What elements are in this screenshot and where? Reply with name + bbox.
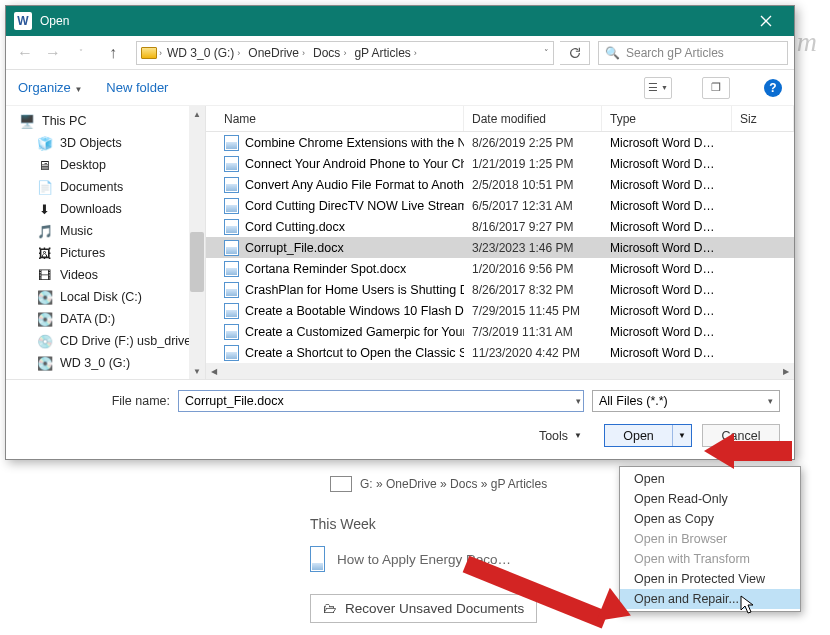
view-options-button[interactable]: ☰ ▼ [644, 77, 672, 99]
sidebar-item-label: Local Disk (C:) [60, 290, 142, 304]
sidebar-item[interactable]: 💽Local Disk (C:) [10, 286, 205, 308]
open-dropdown-arrow[interactable]: ▼ [673, 431, 691, 440]
tools-menu[interactable]: Tools ▼ [539, 429, 582, 443]
open-menu-item[interactable]: Open and Repair... [620, 589, 800, 609]
folder-tree: 🖥️This PC🧊3D Objects🖥Desktop📄Documents⬇D… [6, 106, 206, 379]
recover-unsaved-button[interactable]: 🗁 Recover Unsaved Documents [310, 594, 537, 623]
nav-up-button[interactable]: ↑ [100, 40, 126, 66]
open-menu-item[interactable]: Open Read-Only [620, 489, 800, 509]
file-date: 2/5/2018 10:51 PM [464, 178, 602, 192]
sidebar-item[interactable]: ⬇Downloads [10, 198, 205, 220]
backstage-path: G: » OneDrive » Docs » gP Articles [360, 477, 547, 491]
open-button-label[interactable]: Open [605, 425, 673, 446]
close-button[interactable] [746, 6, 786, 36]
organize-menu[interactable]: Organize ▼ [18, 80, 82, 95]
word-doc-icon [224, 156, 239, 172]
sidebar-item-label: CD Drive (F:) usb_drivers [60, 334, 202, 348]
sidebar-item[interactable]: 🖥Desktop [10, 154, 205, 176]
file-row[interactable]: Cord Cutting DirecTV NOW Live Streamin…6… [206, 195, 794, 216]
sidebar-item[interactable]: 📄Documents [10, 176, 205, 198]
sidebar-item[interactable]: 🖼Pictures [10, 242, 205, 264]
file-row[interactable]: Create a Bootable Windows 10 Flash Driv…… [206, 300, 794, 321]
new-folder-button[interactable]: New folder [106, 80, 168, 95]
word-doc-icon [224, 345, 239, 361]
file-row[interactable]: Convert Any Audio File Format to Anothe…… [206, 174, 794, 195]
file-name: Connect Your Android Phone to Your Chr… [245, 157, 464, 171]
sidebar-item[interactable]: 🎵Music [10, 220, 205, 242]
open-menu-item[interactable]: Open [620, 469, 800, 489]
preview-pane-button[interactable]: ❐ [702, 77, 730, 99]
file-date: 3/23/2023 1:46 PM [464, 241, 602, 255]
file-date: 8/26/2019 2:25 PM [464, 136, 602, 150]
file-row[interactable]: CrashPlan for Home Users is Shutting Do…… [206, 279, 794, 300]
open-menu-item[interactable]: Open in Browser [620, 529, 800, 549]
word-doc-icon [224, 282, 239, 298]
folder-icon: ⬇ [36, 202, 53, 217]
word-doc-icon [224, 261, 239, 277]
open-menu-item[interactable]: Open as Copy [620, 509, 800, 529]
file-row[interactable]: Create a Shortcut to Open the Classic Sy… [206, 342, 794, 363]
sidebar-item-label: Downloads [60, 202, 122, 216]
column-headers[interactable]: Name Date modified Type Siz [206, 106, 794, 132]
nav-back-button[interactable]: ← [12, 40, 38, 66]
col-type[interactable]: Type [602, 106, 732, 131]
addr-dropdown-icon[interactable]: ˅ [544, 48, 549, 58]
breadcrumb[interactable]: Docs› [310, 46, 349, 60]
file-type: Microsoft Word D… [602, 325, 732, 339]
word-doc-icon [224, 324, 239, 340]
word-doc-icon [224, 198, 239, 214]
open-split-button[interactable]: Open ▼ [604, 424, 692, 447]
file-name: Cord Cutting DirecTV NOW Live Streamin… [245, 199, 464, 213]
horizontal-scrollbar[interactable]: ◀▶ [206, 363, 794, 379]
breadcrumb[interactable]: OneDrive› [245, 46, 308, 60]
sidebar-item[interactable]: 🧊3D Objects [10, 132, 205, 154]
refresh-button[interactable] [560, 41, 590, 65]
col-date[interactable]: Date modified [464, 106, 602, 131]
sidebar-item-label: WD 3_0 (G:) [60, 356, 130, 370]
file-row[interactable]: Cortana Reminder Spot.docx1/20/2016 9:56… [206, 258, 794, 279]
file-row[interactable]: Cord Cutting.docx8/16/2017 9:27 PMMicros… [206, 216, 794, 237]
sidebar-item[interactable]: 💽WD 3_0 (G:) [10, 352, 205, 374]
help-icon[interactable]: ? [764, 79, 782, 97]
breadcrumb[interactable]: gP Articles› [351, 46, 419, 60]
folder-icon: 💽 [36, 290, 53, 305]
file-type: Microsoft Word D… [602, 304, 732, 318]
folder-icon [330, 476, 352, 492]
search-input[interactable]: 🔍 Search gP Articles [598, 41, 788, 65]
sidebar-item-label: This PC [42, 114, 86, 128]
file-name: CrashPlan for Home Users is Shutting Do… [245, 283, 464, 297]
nav-forward-button[interactable]: → [40, 40, 66, 66]
nav-recent-dropdown[interactable]: ˅ [68, 40, 94, 66]
file-row[interactable]: Combine Chrome Extensions with the Ne…8/… [206, 132, 794, 153]
sidebar-item-label: Desktop [60, 158, 106, 172]
sidebar-item[interactable]: 🖥️This PC [10, 110, 205, 132]
file-row[interactable]: Create a Customized Gamerpic for Your …7… [206, 321, 794, 342]
address-bar[interactable]: › WD 3_0 (G:)› OneDrive› Docs› gP Articl… [136, 41, 554, 65]
col-name[interactable]: Name [206, 106, 464, 131]
file-filter-dropdown[interactable]: All Files (*.*) ▾ [592, 390, 780, 412]
file-type: Microsoft Word D… [602, 136, 732, 150]
chevron-down-icon[interactable]: ▾ [576, 396, 581, 406]
sidebar-item[interactable]: 🎞Videos [10, 264, 205, 286]
word-doc-icon [224, 135, 239, 151]
recover-label: Recover Unsaved Documents [345, 601, 524, 616]
file-date: 8/26/2017 8:32 PM [464, 283, 602, 297]
folder-icon: 🖥 [36, 158, 53, 173]
word-doc-icon [224, 303, 239, 319]
open-menu-item[interactable]: Open in Protected View [620, 569, 800, 589]
file-type: Microsoft Word D… [602, 220, 732, 234]
sidebar-scrollbar[interactable]: ▲▼ [189, 106, 205, 379]
file-type: Microsoft Word D… [602, 346, 732, 360]
search-placeholder: Search gP Articles [626, 46, 724, 60]
col-size[interactable]: Siz [732, 106, 794, 131]
breadcrumb[interactable]: WD 3_0 (G:)› [164, 46, 243, 60]
filename-input[interactable]: Corrupt_File.docx ▾ [178, 390, 584, 412]
file-row[interactable]: Connect Your Android Phone to Your Chr…1… [206, 153, 794, 174]
file-date: 1/21/2019 1:25 PM [464, 157, 602, 171]
file-row[interactable]: Corrupt_File.docx3/23/2023 1:46 PMMicros… [206, 237, 794, 258]
sidebar-item[interactable]: 💿CD Drive (F:) usb_drivers [10, 330, 205, 352]
open-menu-item[interactable]: Open with Transform [620, 549, 800, 569]
sidebar-item[interactable]: 💽DATA (D:) [10, 308, 205, 330]
filename-label: File name: [20, 394, 170, 408]
file-date: 11/23/2020 4:42 PM [464, 346, 602, 360]
